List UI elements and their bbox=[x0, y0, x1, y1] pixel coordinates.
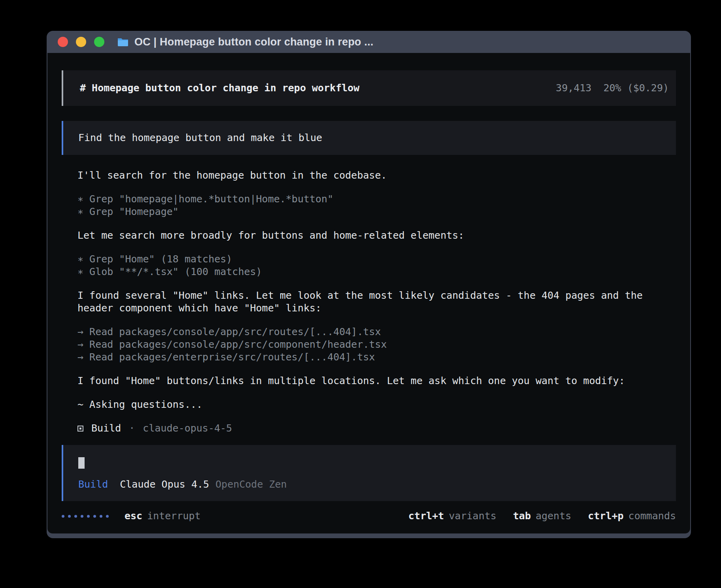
tool-call-line: ∗ Grep "homepage|home.*button|Home.*butt… bbox=[77, 193, 676, 205]
assistant-paragraph: Let me search more broadly for buttons a… bbox=[77, 229, 676, 242]
session-metrics: 39,413 20% ($0.29) bbox=[556, 82, 669, 94]
tool-call-line: ∗ Grep "Home" (18 matches) bbox=[77, 253, 676, 266]
tool-call-group: ∗ Grep "Home" (18 matches) ∗ Glob "**/*.… bbox=[77, 253, 676, 278]
build-agent-icon bbox=[77, 426, 83, 432]
shortcut-key: ctrl+t bbox=[408, 510, 444, 522]
window-titlebar[interactable]: OC | Homepage button color change in rep… bbox=[47, 31, 691, 53]
assistant-paragraph: I'll search for the homepage button in t… bbox=[77, 169, 676, 182]
session-title: # Homepage button color change in repo w… bbox=[80, 82, 359, 94]
shortcut-key: ctrl+p bbox=[588, 510, 623, 522]
status-line: ~ Asking questions... bbox=[77, 398, 676, 411]
esc-hint: esc interrupt bbox=[125, 510, 201, 522]
status-bar: esc interrupt ctrl+t variants tab agents… bbox=[62, 510, 676, 522]
desktop-background: OC | Homepage button color change in rep… bbox=[0, 0, 721, 588]
assistant-paragraph: I found "Home" buttons/links in multiple… bbox=[77, 375, 676, 387]
assistant-line: Let me search more broadly for buttons a… bbox=[77, 229, 676, 242]
esc-label: interrupt bbox=[147, 510, 200, 522]
traffic-lights bbox=[58, 37, 104, 47]
progress-spinner bbox=[62, 515, 109, 518]
tool-call-line: ∗ Glob "**/*.tsx" (100 matches) bbox=[77, 266, 676, 278]
user-message-text: Find the homepage button and make it blu… bbox=[78, 132, 322, 144]
input-meta-row: Build Claude Opus 4.5 OpenCode Zen bbox=[78, 478, 669, 491]
spinner-dot bbox=[106, 515, 109, 518]
assistant-status: ~ Asking questions... bbox=[77, 398, 676, 411]
agent-model: claude-opus-4-5 bbox=[143, 422, 232, 435]
title-group: OC | Homepage button color change in rep… bbox=[117, 36, 374, 48]
agent-status-row: Build · claude-opus-4-5 bbox=[62, 422, 676, 435]
input-provider-label: OpenCode Zen bbox=[215, 478, 287, 491]
assistant-paragraph: I found several "Home" links. Let me loo… bbox=[77, 289, 676, 315]
assistant-line: I'll search for the homepage button in t… bbox=[77, 169, 676, 182]
spinner-dot bbox=[68, 515, 71, 518]
minimize-button[interactable] bbox=[76, 37, 86, 47]
user-message: Find the homepage button and make it blu… bbox=[62, 121, 676, 155]
shortcut-agents: tab agents bbox=[513, 510, 571, 522]
shortcut-commands: ctrl+p commands bbox=[588, 510, 676, 522]
tool-call-group: ∗ Grep "homepage|home.*button|Home.*butt… bbox=[77, 193, 676, 218]
context-cost: 20% ($0.29) bbox=[603, 82, 669, 94]
terminal-content: # Homepage button color change in repo w… bbox=[47, 53, 690, 533]
esc-key: esc bbox=[125, 510, 142, 522]
tool-call-line: → Read packages/console/app/src/routes/[… bbox=[77, 326, 676, 338]
spinner-dot bbox=[93, 515, 96, 518]
shortcut-variants: ctrl+t variants bbox=[408, 510, 496, 522]
assistant-line: I found several "Home" links. Let me loo… bbox=[77, 289, 676, 315]
agent-name: Build bbox=[91, 422, 121, 435]
zoom-button[interactable] bbox=[94, 37, 104, 47]
agent-separator: · bbox=[129, 422, 135, 435]
close-button[interactable] bbox=[58, 37, 68, 47]
tool-call-group: → Read packages/console/app/src/routes/[… bbox=[77, 326, 676, 364]
assistant-transcript: I'll search for the homepage button in t… bbox=[62, 169, 676, 422]
token-count: 39,413 bbox=[556, 82, 591, 94]
tool-call-line: → Read packages/enterprise/src/routes/[.… bbox=[77, 351, 676, 364]
spinner-dot bbox=[100, 515, 102, 518]
input-model-label[interactable]: Claude Opus 4.5 bbox=[120, 478, 209, 491]
folder-icon bbox=[117, 37, 129, 47]
shortcut-key: tab bbox=[513, 510, 531, 522]
spinner-dot bbox=[87, 515, 90, 518]
tool-call-line: → Read packages/console/app/src/componen… bbox=[77, 338, 676, 351]
spinner-dot bbox=[62, 515, 64, 518]
assistant-line: I found "Home" buttons/links in multiple… bbox=[77, 375, 676, 387]
tool-call-line: ∗ Grep "Homepage" bbox=[77, 205, 676, 218]
input-agent-label[interactable]: Build bbox=[78, 478, 108, 491]
spinner-dot bbox=[81, 515, 83, 518]
spinner-dot bbox=[74, 515, 77, 518]
session-header: # Homepage button color change in repo w… bbox=[62, 70, 676, 106]
window-title: OC | Homepage button color change in rep… bbox=[134, 36, 374, 48]
status-right: ctrl+t variants tab agents ctrl+p comman… bbox=[408, 510, 676, 522]
prompt-input[interactable]: Build Claude Opus 4.5 OpenCode Zen bbox=[62, 445, 676, 501]
shortcut-label: variants bbox=[449, 510, 496, 522]
text-cursor bbox=[78, 457, 85, 469]
shortcut-label: commands bbox=[629, 510, 676, 522]
shortcut-label: agents bbox=[536, 510, 571, 522]
status-left: esc interrupt bbox=[62, 510, 201, 522]
terminal-window: OC | Homepage button color change in rep… bbox=[47, 31, 691, 538]
